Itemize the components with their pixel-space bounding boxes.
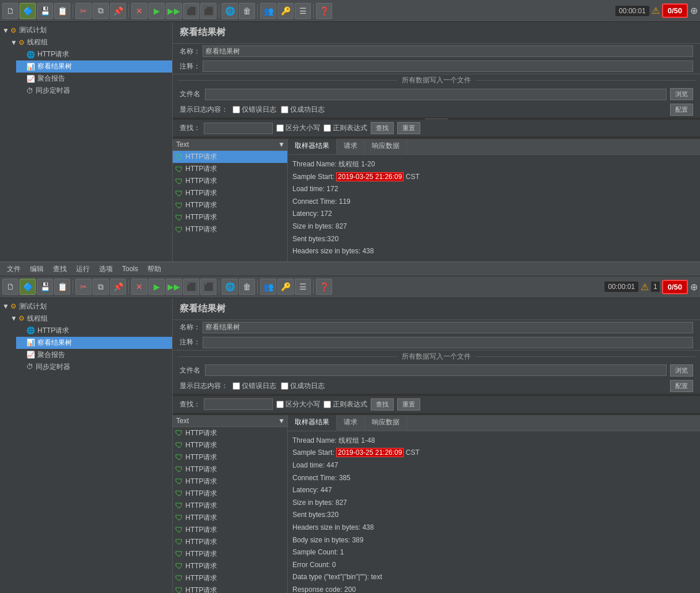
- top-file-input[interactable]: [205, 89, 667, 100]
- expand-button[interactable]: ✕: [131, 3, 147, 19]
- menu-run[interactable]: 运行: [71, 263, 94, 275]
- b-remote-run-button[interactable]: 🌐: [222, 279, 238, 295]
- run-now-button[interactable]: ▶▶: [166, 3, 182, 19]
- b-template-button[interactable]: 👥: [260, 279, 276, 295]
- menu-edit[interactable]: 编辑: [25, 263, 48, 275]
- sidebar-item-http-top[interactable]: ▶ 🌐 HTTP请求: [16, 48, 172, 60]
- top-tab-response[interactable]: 响应数据: [365, 139, 407, 154]
- b-copy-button[interactable]: ⧉: [93, 279, 109, 295]
- top-search-input[interactable]: [204, 123, 273, 134]
- help-button[interactable]: ❓: [316, 3, 332, 19]
- bottom-list-item-7[interactable]: 🛡 HTTP请求: [173, 512, 287, 524]
- open-button[interactable]: 🔷: [20, 3, 36, 19]
- b-remote-stop-button[interactable]: 🗑: [239, 279, 255, 295]
- remote-stop-button[interactable]: 🗑: [239, 3, 255, 19]
- bottom-list-item-13[interactable]: 🛡 HTTP请求: [173, 584, 287, 593]
- bottom-tab-response[interactable]: 响应数据: [365, 415, 407, 431]
- top-comment-input[interactable]: [203, 60, 693, 72]
- bottom-list-item-5[interactable]: 🛡 HTTP请求: [173, 488, 287, 500]
- top-find-btn[interactable]: 查找: [371, 122, 394, 134]
- bottom-comment-input[interactable]: [203, 337, 693, 348]
- bottom-list-item-3[interactable]: 🛡 HTTP请求: [173, 463, 287, 476]
- bottom-tab-sampler[interactable]: 取样器结果: [288, 415, 337, 431]
- top-list-item-3[interactable]: 🛡 HTTP请求: [173, 187, 287, 199]
- top-list-item-2[interactable]: 🛡 HTTP请求: [173, 175, 287, 187]
- bottom-list-item-6[interactable]: 🛡 HTTP请求: [173, 500, 287, 512]
- top-name-input[interactable]: [203, 45, 693, 57]
- b-run-button[interactable]: ▶: [149, 279, 165, 295]
- bottom-case-check[interactable]: [276, 401, 284, 408]
- stop-button[interactable]: ⬛: [183, 3, 199, 19]
- top-tab-sampler[interactable]: 取样器结果: [288, 139, 337, 154]
- b-open-button[interactable]: 🔷: [20, 279, 36, 295]
- bottom-list-item-10[interactable]: 🛡 HTTP请求: [173, 548, 287, 560]
- top-list-item-1[interactable]: 🛡 HTTP请求: [173, 163, 287, 175]
- b-expand-icon[interactable]: ⊕: [690, 282, 698, 292]
- function-button[interactable]: 🔑: [277, 3, 294, 19]
- copy-button[interactable]: ⧉: [93, 3, 109, 19]
- bottom-error-log-check[interactable]: [233, 382, 240, 390]
- top-list-item-6[interactable]: 🛡 HTTP请求: [173, 223, 287, 235]
- bottom-list-item-1[interactable]: 🛡 HTTP请求: [173, 439, 287, 451]
- b-save-as-button[interactable]: 📋: [54, 279, 70, 295]
- sidebar-item-report-bottom[interactable]: ▶ 📈 聚合报告: [16, 349, 172, 361]
- b-function-button[interactable]: 🔑: [277, 279, 294, 295]
- b-paste-button[interactable]: 📌: [110, 279, 126, 295]
- top-browse-btn[interactable]: 浏览: [670, 88, 693, 100]
- b-stop-button[interactable]: ⬛: [183, 279, 199, 295]
- bottom-list-item-0[interactable]: 🛡 HTTP请求: [173, 427, 287, 439]
- top-config-btn[interactable]: 配置: [670, 104, 693, 116]
- sidebar-item-tree-top[interactable]: ▶ 📊 察看结果树: [16, 60, 172, 73]
- bottom-search-input[interactable]: [204, 398, 273, 410]
- bottom-list-item-2[interactable]: 🛡 HTTP请求: [173, 451, 287, 463]
- menu-options[interactable]: 选项: [94, 263, 117, 275]
- top-list-item-5[interactable]: 🛡 HTTP请求: [173, 211, 287, 223]
- sidebar-item-plan-bottom[interactable]: ▼ ⚙ 测试计划: [0, 301, 172, 313]
- bottom-list-item-12[interactable]: 🛡 HTTP请求: [173, 572, 287, 584]
- expand-icon[interactable]: ⊕: [690, 5, 698, 16]
- b-expand-button[interactable]: ✕: [131, 279, 147, 295]
- sidebar-item-timer-bottom[interactable]: ▶ ⏱ 同步定时器: [16, 361, 172, 373]
- bottom-list-arrow[interactable]: ▼: [276, 415, 287, 427]
- top-reset-btn[interactable]: 重置: [397, 122, 420, 134]
- b-save-button[interactable]: 💾: [37, 279, 53, 295]
- bottom-success-log-check[interactable]: [281, 382, 288, 390]
- template-button[interactable]: 👥: [260, 3, 276, 19]
- sidebar-item-timer-top[interactable]: ▶ ⏱ 同步定时器: [16, 85, 172, 97]
- bottom-tab-request[interactable]: 请求: [337, 415, 365, 431]
- save-as-button[interactable]: 📋: [54, 3, 70, 19]
- sidebar-item-report-top[interactable]: ▶ 📈 聚合报告: [16, 73, 172, 85]
- top-list-arrow[interactable]: ▼: [276, 139, 287, 150]
- bottom-config-btn[interactable]: 配置: [670, 380, 693, 392]
- bottom-name-input[interactable]: [203, 322, 693, 333]
- menu-tools[interactable]: Tools: [117, 264, 143, 274]
- top-regex-check[interactable]: [324, 124, 331, 132]
- bottom-find-btn[interactable]: 查找: [371, 398, 394, 410]
- top-list-item-0[interactable]: 🛡 HTTP请求: [173, 151, 287, 163]
- sidebar-item-group-bottom[interactable]: ▼ ⚙ 线程组: [8, 313, 172, 325]
- top-error-log-check[interactable]: [233, 106, 240, 113]
- bottom-regex-check[interactable]: [324, 401, 331, 408]
- save-button[interactable]: 💾: [37, 3, 53, 19]
- b-cut-button[interactable]: ✂: [75, 279, 92, 295]
- b-stop-now-button[interactable]: ⬛: [200, 279, 216, 295]
- menu-help[interactable]: 帮助: [143, 263, 166, 275]
- top-list-item-4[interactable]: 🛡 HTTP请求: [173, 199, 287, 211]
- menu-file[interactable]: 文件: [2, 263, 25, 275]
- stop-now-button[interactable]: ⬛: [200, 3, 216, 19]
- top-tab-request[interactable]: 请求: [337, 139, 365, 154]
- top-success-log-check[interactable]: [281, 106, 288, 113]
- sidebar-item-tree-bottom[interactable]: ▶ 📊 察看结果树: [16, 337, 172, 349]
- b-new-button[interactable]: 🗋: [2, 279, 18, 295]
- bottom-list-item-4[interactable]: 🛡 HTTP请求: [173, 476, 287, 488]
- top-case-check[interactable]: [276, 124, 284, 132]
- paste-button[interactable]: 📌: [110, 3, 126, 19]
- bottom-file-input[interactable]: [205, 364, 667, 376]
- new-button[interactable]: 🗋: [2, 3, 18, 19]
- run-button[interactable]: ▶: [149, 3, 165, 19]
- bottom-browse-btn[interactable]: 浏览: [670, 364, 693, 377]
- bottom-reset-btn[interactable]: 重置: [397, 398, 420, 410]
- sidebar-item-http-bottom[interactable]: ▶ 🌐 HTTP请求: [16, 325, 172, 337]
- bottom-list-item-9[interactable]: 🛡 HTTP请求: [173, 536, 287, 548]
- sidebar-item-plan-top[interactable]: ▼ ⚙ 测试计划: [0, 24, 172, 36]
